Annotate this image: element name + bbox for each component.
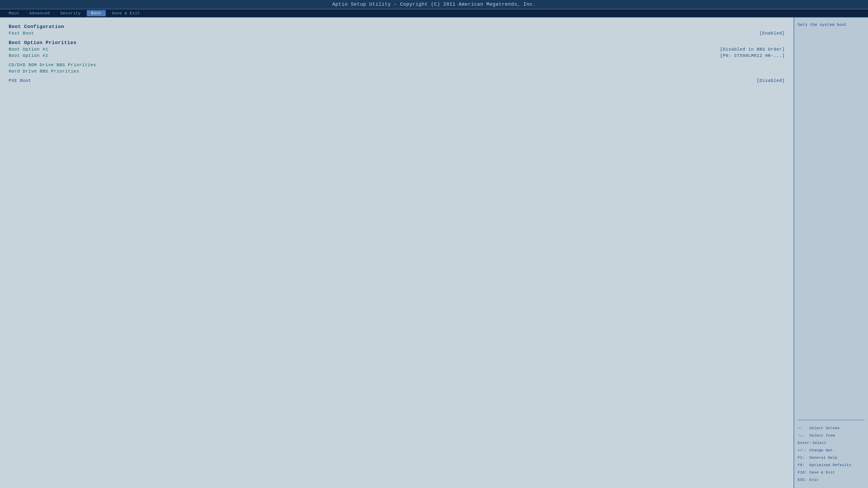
pxe-boot-value: [Disabled] [757,78,785,83]
boot-option2-value: [P0: ST500LM012 HN-...] [720,53,785,58]
key-symbol: ESC: [798,476,809,484]
right-panel: Sets the system boot ↔:Select Screen↑↓:S… [794,18,868,488]
key-help-line: F9:Optimized Defaults [798,461,865,469]
key-help-line: ESC:Exit [798,476,865,484]
key-symbol: F1: [798,454,809,461]
boot-option1-row[interactable]: Boot Option #1 [Disabled in BBS Order] [9,47,785,52]
boot-option1-value: [Disabled in BBS Order] [720,47,785,52]
key-description: Exit [809,476,819,484]
key-description: Save & Exit [809,469,835,476]
pxe-boot-row[interactable]: PXE Boot [Disabled] [9,78,785,83]
key-help-line: F10:Save & Exit [798,469,865,476]
boot-option2-row[interactable]: Boot Option #2 [P0: ST500LM012 HN-...] [9,53,785,58]
key-symbol: F9: [798,461,809,469]
tab-security[interactable]: Security [56,10,85,16]
help-text: Sets the system boot [798,22,865,420]
tab-advanced[interactable]: Advanced [25,10,54,16]
pxe-boot-label: PXE Boot [9,78,31,83]
main-area: Boot Configuration Fast Boot [Enabled] B… [0,18,868,488]
key-help-line: ↑↓:Select Item [798,432,865,439]
fast-boot-label: Fast Boot [9,31,34,36]
tab-boot[interactable]: Boot [87,10,106,16]
key-description: Optimized Defaults [809,461,851,469]
cddvd-priorities[interactable]: CD/DVD ROM Drive BBS Priorities [9,63,785,67]
harddrive-priorities[interactable]: Hard Drive BBS Priorities [9,69,785,74]
tab-main[interactable]: Main [4,10,23,16]
fast-boot-row[interactable]: Fast Boot [Enabled] [9,31,785,36]
app-title: Aptio Setup Utility - Copyright (C) 2011… [332,2,535,7]
key-help-line: F1:General Help [798,454,865,461]
key-description: Select Screen [809,425,840,432]
boot-option1-label: Boot Option #1 [9,47,48,52]
key-description: Select Item [809,432,835,439]
key-description: General Help [809,454,837,461]
fast-boot-value: [Enabled] [760,31,785,36]
tab-save-exit[interactable]: Save & Exit [107,10,144,16]
key-help-line: Enter:Select [798,439,865,447]
key-symbol: +/-: [798,447,809,454]
key-symbol: Enter: [798,439,812,447]
key-symbol: F10: [798,469,809,476]
key-description: Select [812,439,826,447]
key-symbol: ↔: [798,425,809,432]
key-help-line: ↔:Select Screen [798,425,865,432]
section-boot-options: Boot Option Priorities [9,40,785,45]
key-help-section: ↔:Select Screen↑↓:Select ItemEnter:Selec… [798,425,865,484]
nav-tabs: Main Advanced Security Boot Save & Exit [0,9,868,18]
boot-option2-label: Boot Option #2 [9,53,48,58]
content-panel: Boot Configuration Fast Boot [Enabled] B… [0,18,794,488]
key-help-line: +/-:Change Opt. [798,447,865,454]
key-description: Change Opt. [809,447,835,454]
section-boot-config: Boot Configuration [9,24,785,30]
header-bar: Aptio Setup Utility - Copyright (C) 2011… [0,0,868,9]
key-symbol: ↑↓: [798,432,809,439]
